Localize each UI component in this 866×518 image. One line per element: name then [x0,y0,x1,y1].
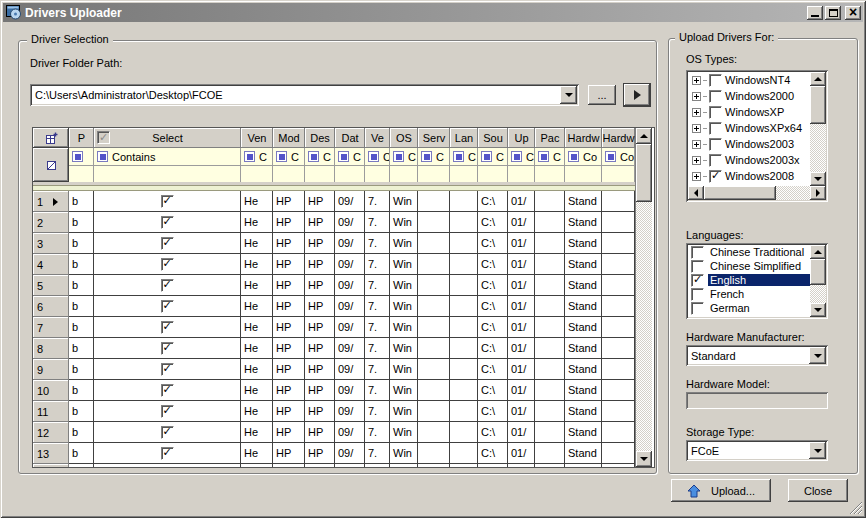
scan-folder-button[interactable] [624,84,650,106]
row-header[interactable]: 1 [33,191,69,212]
cell-serv[interactable] [418,338,450,359]
cell-p[interactable]: b [69,443,94,464]
cell-up[interactable]: 01/ [508,254,535,275]
scroll-down-button[interactable] [810,303,826,317]
cell-select[interactable] [94,296,241,317]
cell-ven[interactable]: He [241,317,273,338]
cell-lan[interactable] [450,233,478,254]
column-header-hardw[interactable]: Hardw [565,128,602,148]
languages-listbox[interactable]: Chinese TraditionalChinese SimplifiedEng… [686,243,828,319]
cell-hardw-2[interactable] [602,401,635,422]
cell-sou[interactable]: C:\ [478,401,508,422]
tree-expand-icon[interactable] [692,156,701,165]
row-select-checkbox[interactable] [161,258,174,271]
cell-up[interactable]: 01/ [508,233,535,254]
filter-value-cell[interactable] [450,166,478,182]
cell-hardw[interactable]: Stand [565,233,602,254]
cell-p[interactable]: b [69,275,94,296]
filter-value-cell[interactable] [69,166,94,182]
column-header-ve[interactable]: Ve [365,128,390,148]
os-type-checkbox[interactable] [709,170,722,183]
cell-ven[interactable]: He [241,275,273,296]
cell-ven[interactable]: He [241,422,273,443]
cell-sou[interactable]: C:\ [478,443,508,464]
resize-grip[interactable] [849,501,862,514]
cell-os[interactable]: Win [390,191,418,212]
cell-ve[interactable]: 7. [365,443,390,464]
os-types-hscrollbar[interactable] [688,186,826,200]
folder-path-value[interactable]: C:\Users\Administrator\Desktop\FCOE [30,84,560,106]
cell-os[interactable]: Win [390,296,418,317]
cell-os[interactable]: Win [390,359,418,380]
hardware-manufacturer-dropdown-button[interactable] [809,347,826,364]
cell-os[interactable]: Win [390,338,418,359]
language-checkbox[interactable] [691,274,704,287]
folder-path-combo[interactable]: C:\Users\Administrator\Desktop\FCOE [30,84,579,106]
filter-cell-serv[interactable]: C [418,148,450,166]
grid-vertical-scrollbar[interactable] [635,128,652,467]
row-header[interactable]: 13 [33,443,69,464]
column-header-ven[interactable]: Ven [241,128,273,148]
cell-dat[interactable]: 09/ [335,317,365,338]
cell-ven[interactable]: He [241,233,273,254]
cell-os[interactable]: Win [390,317,418,338]
cell-lan[interactable] [450,296,478,317]
filter-value-cell[interactable] [241,166,273,182]
cell-up[interactable]: 01/ [508,422,535,443]
cell-hardw-2[interactable] [602,422,635,443]
cell-serv[interactable] [418,296,450,317]
filter-icon[interactable] [605,151,616,162]
cell-mod[interactable]: HP [273,317,305,338]
filter-icon[interactable] [393,151,404,162]
filter-cell-sou[interactable]: C [478,148,508,166]
scrollbar-thumb[interactable] [636,144,652,202]
column-header-p[interactable]: P [69,128,94,148]
cell-select[interactable] [94,338,241,359]
browse-button[interactable]: ... [588,85,616,105]
language-item[interactable]: English [688,273,810,287]
filter-value-cell[interactable] [305,166,335,182]
filter-icon[interactable] [276,151,287,162]
cell-sou[interactable]: C:\ [478,296,508,317]
cell-hardw[interactable]: Stand [565,317,602,338]
language-item[interactable]: Chinese Simplified [688,259,810,273]
cell-des[interactable]: HP [305,359,335,380]
column-header-pac[interactable]: Pac [535,128,565,148]
cell-des[interactable]: HP [305,212,335,233]
scrollbar-track[interactable] [776,186,810,200]
cell-lan[interactable] [450,401,478,422]
cell-mod[interactable]: HP [273,254,305,275]
maximize-button[interactable] [825,6,841,20]
os-type-checkbox[interactable] [709,90,722,103]
hardware-manufacturer-value[interactable]: Standard [686,345,809,366]
scroll-left-button[interactable] [688,186,704,200]
cell-serv[interactable] [418,212,450,233]
cell-sou[interactable]: C:\ [478,275,508,296]
os-type-item[interactable]: WindowsNT4 [688,72,810,88]
cell-p[interactable]: b [69,338,94,359]
column-header-dat[interactable]: Dat [335,128,365,148]
row-select-checkbox[interactable] [161,405,174,418]
cell-os[interactable]: Win [390,380,418,401]
cell-dat[interactable]: 09/ [335,443,365,464]
cell-ven[interactable]: He [241,443,273,464]
cell-serv[interactable] [418,380,450,401]
cell-lan[interactable] [450,359,478,380]
cell-lan[interactable] [450,380,478,401]
os-type-checkbox[interactable] [709,138,722,151]
scrollbar-thumb[interactable] [704,186,776,200]
cell-os[interactable]: Win [390,443,418,464]
row-select-checkbox[interactable] [161,342,174,355]
filter-value-cell[interactable] [335,166,365,182]
cell-mod[interactable]: HP [273,380,305,401]
cell-select[interactable] [94,254,241,275]
cell-hardw-2[interactable] [602,380,635,401]
filter-icon[interactable] [338,151,349,162]
cell-des[interactable]: HP [305,380,335,401]
cell-p[interactable]: b [69,296,94,317]
cell-p[interactable]: b [69,212,94,233]
scroll-down-button[interactable] [810,172,826,186]
tree-expand-icon[interactable] [692,124,701,133]
cell-up[interactable]: 01/ [508,275,535,296]
filter-cell-ven[interactable]: C [241,148,273,166]
